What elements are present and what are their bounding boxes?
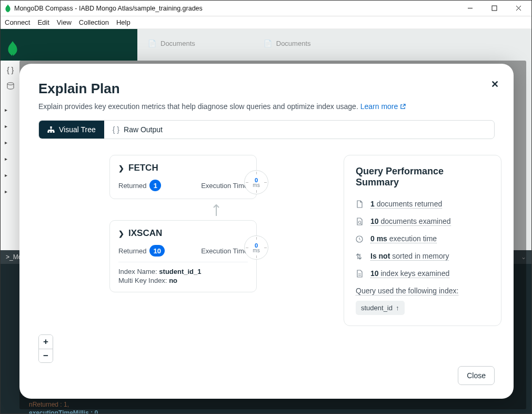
summary-sorted: Is not sorted in memory xyxy=(356,252,489,261)
braces-icon: { } xyxy=(113,125,119,134)
summary-docs-returned: 1 documents returned xyxy=(356,200,489,209)
summary-keys-examined: 10 index keys examined xyxy=(356,269,489,278)
clock-icon xyxy=(356,235,364,243)
stage-card-ixscan[interactable]: 0 ms ❯IXSCAN Returned10 Execution Time I… xyxy=(109,220,257,292)
zoom-controls: + − xyxy=(38,334,53,363)
menu-help[interactable]: Help xyxy=(116,18,131,26)
window-title: MongoDB Compass - IABD Mongo Atlas/sampl… xyxy=(14,5,203,12)
query-performance-summary: Query Performance Summary 1 documents re… xyxy=(344,155,501,326)
summary-exec-time: 0 ms execution time xyxy=(356,234,489,243)
app-background: Documents Documents { } ▸▸▸▸▸▸ >_Mo ⌄ nR… xyxy=(1,29,531,414)
visual-tree-pane: 0 ms ❯FETCH Returned1 Execution Time xyxy=(38,155,323,366)
stage-name: IXSCAN xyxy=(128,228,162,239)
svg-point-1 xyxy=(7,83,14,85)
console-line: executionTimeMillis : 0 xyxy=(29,409,98,414)
tab-visual-tree[interactable]: Visual Tree xyxy=(39,121,104,139)
bg-tab-documents-2: Documents xyxy=(264,40,311,47)
returned-badge: 10 xyxy=(149,245,164,257)
zoom-out-button[interactable]: − xyxy=(39,349,53,362)
stage-name: FETCH xyxy=(128,163,158,173)
sort-icon xyxy=(356,253,364,260)
svg-point-2 xyxy=(358,221,361,223)
key-icon xyxy=(356,270,364,278)
index-name-row: Index Name: student_id_1 xyxy=(118,268,248,275)
window-controls xyxy=(458,1,530,16)
subtitle-text: Explain provides key execution metrics t… xyxy=(38,102,358,111)
sidebar-json-icon[interactable]: { } xyxy=(3,64,18,76)
index-used-label: Query used the following index: xyxy=(356,287,458,295)
learn-more-link[interactable]: Learn more xyxy=(360,102,406,111)
stage-card-fetch[interactable]: 0 ms ❯FETCH Returned1 Execution Time xyxy=(109,155,257,199)
modal-title: Explain Plan xyxy=(38,81,495,97)
menu-edit[interactable]: Edit xyxy=(37,18,49,26)
tab-raw-output[interactable]: { } Raw Output xyxy=(104,121,171,139)
documents-icon xyxy=(356,200,364,209)
arrow-up-icon: ↑ xyxy=(396,304,399,312)
zoom-in-button[interactable]: + xyxy=(39,335,53,349)
window-titlebar: MongoDB Compass - IABD Mongo Atlas/sampl… xyxy=(1,1,531,16)
chevron-right-icon: ❯ xyxy=(118,164,124,172)
multikey-row: Multi Key Index: no xyxy=(118,277,248,284)
maximize-button[interactable] xyxy=(482,1,506,16)
search-document-icon xyxy=(356,218,364,226)
chevron-right-icon: ❯ xyxy=(118,230,124,238)
close-icon[interactable]: ✕ xyxy=(491,78,499,90)
exec-time-label: Execution Time xyxy=(201,247,248,255)
mongodb-leaf-icon xyxy=(7,41,18,56)
summary-docs-examined: 10 documents examined xyxy=(356,217,489,226)
bg-tab-documents-1: Documents xyxy=(148,40,195,47)
menu-view[interactable]: View xyxy=(57,18,72,26)
exec-time-label: Execution Time xyxy=(201,182,248,190)
view-toggle: Visual Tree { } Raw Output xyxy=(38,120,495,139)
connector-arrow-icon xyxy=(213,203,220,216)
mongodb-leaf-icon xyxy=(5,4,11,13)
close-window-button[interactable] xyxy=(506,1,530,16)
summary-heading: Query Performance Summary xyxy=(356,166,489,188)
external-link-icon xyxy=(400,104,406,110)
sidebar-db-icon[interactable] xyxy=(3,80,18,92)
index-badge: student_id ↑ xyxy=(356,301,405,315)
execution-time-clock: 0 ms xyxy=(244,170,268,194)
svg-rect-0 xyxy=(492,6,497,11)
menubar: Connect Edit View Collection Help xyxy=(1,16,531,29)
tree-icon xyxy=(47,126,55,133)
close-button[interactable]: Close xyxy=(458,366,495,385)
returned-badge: 1 xyxy=(149,180,161,191)
menu-connect[interactable]: Connect xyxy=(5,18,30,26)
minimize-button[interactable] xyxy=(458,1,482,16)
execution-time-clock: 0 ms xyxy=(244,235,268,260)
menu-collection[interactable]: Collection xyxy=(79,18,109,26)
explain-plan-modal: ✕ Explain Plan Explain provides key exec… xyxy=(19,64,514,399)
modal-subtitle: Explain provides key execution metrics t… xyxy=(38,102,495,111)
